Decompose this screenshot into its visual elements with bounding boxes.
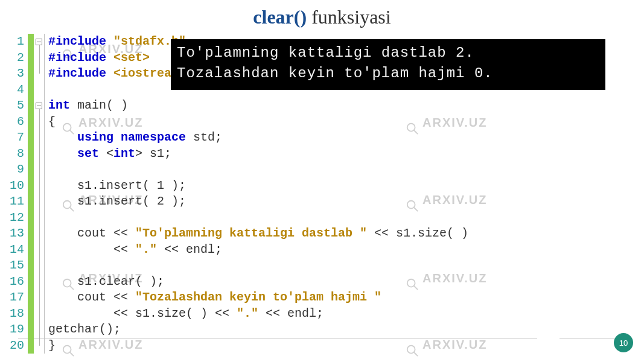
code-text: << "." << endl; bbox=[45, 242, 222, 258]
code-line: 8 set <int> s1; bbox=[6, 146, 634, 162]
change-marker bbox=[28, 162, 34, 178]
line-number: 2 bbox=[6, 50, 28, 66]
page-number-badge: 10 bbox=[614, 333, 633, 352]
code-line: 18 << s1.size( ) << "." << endl; bbox=[6, 306, 634, 322]
line-number: 14 bbox=[6, 242, 28, 258]
code-line: 19getchar(); bbox=[6, 322, 634, 338]
change-marker bbox=[28, 338, 34, 354]
code-text: int main( ) bbox=[45, 98, 128, 114]
line-number: 5 bbox=[6, 98, 28, 114]
change-marker bbox=[28, 114, 34, 130]
code-line: 5int main( ) bbox=[6, 98, 634, 114]
fold-gutter bbox=[34, 322, 45, 338]
line-number: 17 bbox=[6, 290, 28, 306]
code-text: set <int> s1; bbox=[45, 146, 171, 162]
code-line: 9 bbox=[6, 162, 634, 178]
console-output: To'plamning kattaligi dastlab 2. Tozalas… bbox=[171, 39, 605, 90]
change-marker bbox=[28, 258, 34, 274]
change-marker bbox=[28, 274, 34, 290]
line-number: 7 bbox=[6, 130, 28, 146]
fold-gutter bbox=[34, 66, 45, 82]
code-text: #include "stdafx.h" bbox=[45, 34, 186, 50]
change-marker bbox=[28, 322, 34, 338]
fold-toggle-icon[interactable] bbox=[36, 39, 42, 45]
code-line: 15 bbox=[6, 258, 634, 274]
line-number: 15 bbox=[6, 258, 28, 274]
change-marker bbox=[28, 290, 34, 306]
line-number: 10 bbox=[6, 178, 28, 194]
slide-title: clear() funksiyasi bbox=[0, 0, 644, 33]
change-marker bbox=[28, 210, 34, 226]
line-number: 20 bbox=[6, 338, 28, 354]
fold-gutter bbox=[34, 274, 45, 290]
code-line: 6{ bbox=[6, 114, 634, 130]
code-text: s1.insert( 1 ); bbox=[45, 178, 186, 194]
code-line: 11 s1.insert( 2 ); bbox=[6, 194, 634, 210]
code-line: 17 cout << "Tozalashdan keyin to'plam ha… bbox=[6, 290, 634, 306]
line-number: 6 bbox=[6, 114, 28, 130]
line-number: 11 bbox=[6, 194, 28, 210]
fold-gutter bbox=[34, 98, 45, 114]
fold-gutter bbox=[34, 178, 45, 194]
change-marker bbox=[28, 50, 34, 66]
code-text: { bbox=[45, 114, 56, 130]
fold-gutter bbox=[34, 226, 45, 242]
code-text: cout << "To'plamning kattaligi dastlab "… bbox=[45, 226, 468, 242]
change-marker bbox=[28, 66, 34, 82]
change-marker bbox=[28, 178, 34, 194]
line-number: 9 bbox=[6, 162, 28, 178]
fold-toggle-icon[interactable] bbox=[36, 103, 42, 109]
code-text bbox=[45, 210, 48, 226]
code-text: getchar(); bbox=[45, 322, 121, 338]
title-normal: funksiyasi bbox=[307, 6, 391, 28]
line-number: 4 bbox=[6, 82, 28, 98]
line-number: 1 bbox=[6, 34, 28, 50]
change-marker bbox=[28, 130, 34, 146]
change-marker bbox=[28, 226, 34, 242]
fold-gutter bbox=[34, 114, 45, 130]
code-line: 16 s1.clear( ); bbox=[6, 274, 634, 290]
change-marker bbox=[28, 306, 34, 322]
code-text bbox=[45, 82, 48, 98]
fold-gutter bbox=[34, 162, 45, 178]
code-text: using namespace std; bbox=[45, 130, 222, 146]
fold-gutter bbox=[34, 258, 45, 274]
code-text: } bbox=[45, 338, 56, 354]
code-text: #include <set> bbox=[45, 50, 150, 66]
change-marker bbox=[28, 242, 34, 258]
code-line: 13 cout << "To'plamning kattaligi dastla… bbox=[6, 226, 634, 242]
line-number: 3 bbox=[6, 66, 28, 82]
change-marker bbox=[28, 34, 34, 50]
code-line: 20} bbox=[6, 338, 634, 354]
page-number: 10 bbox=[619, 338, 628, 348]
console-line-2: Tozalashdan keyin to'plam hajmi 0. bbox=[177, 63, 599, 84]
line-number: 8 bbox=[6, 146, 28, 162]
code-line: 12 bbox=[6, 210, 634, 226]
console-line-1: To'plamning kattaligi dastlab 2. bbox=[177, 43, 599, 63]
line-number: 18 bbox=[6, 306, 28, 322]
fold-gutter bbox=[34, 338, 45, 354]
fold-gutter bbox=[34, 210, 45, 226]
code-text: s1.insert( 2 ); bbox=[45, 194, 186, 210]
code-line: 14 << "." << endl; bbox=[6, 242, 634, 258]
title-bold: clear() bbox=[253, 6, 307, 28]
code-line: 10 s1.insert( 1 ); bbox=[6, 178, 634, 194]
code-text bbox=[45, 162, 48, 178]
line-number: 19 bbox=[6, 322, 28, 338]
code-line: 7 using namespace std; bbox=[6, 130, 634, 146]
fold-gutter bbox=[34, 50, 45, 66]
fold-gutter bbox=[34, 82, 45, 98]
code-text: #include <iostream> bbox=[45, 66, 186, 82]
code-text: cout << "Tozalashdan keyin to'plam hajmi… bbox=[45, 290, 381, 306]
line-number: 16 bbox=[6, 274, 28, 290]
fold-gutter bbox=[34, 290, 45, 306]
change-marker bbox=[28, 194, 34, 210]
line-number: 13 bbox=[6, 226, 28, 242]
line-number: 12 bbox=[6, 210, 28, 226]
code-text: s1.clear( ); bbox=[45, 274, 164, 290]
code-text bbox=[45, 258, 48, 274]
fold-gutter bbox=[34, 306, 45, 322]
fold-gutter bbox=[34, 194, 45, 210]
change-marker bbox=[28, 82, 34, 98]
code-text: << s1.size( ) << "." << endl; bbox=[45, 306, 324, 322]
